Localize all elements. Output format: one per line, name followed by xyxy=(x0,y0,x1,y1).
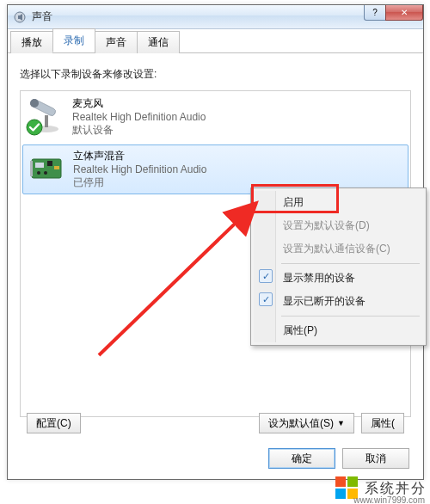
menu-separator xyxy=(281,263,420,264)
svg-point-4 xyxy=(27,120,42,135)
tab-label: 录制 xyxy=(64,34,84,46)
device-context-menu: 启用 设置为默认设备(D) 设置为默认通信设备(C) ✓ 显示禁用的设备 ✓ 显… xyxy=(250,187,427,346)
tab-playback[interactable]: 播放 xyxy=(10,31,53,53)
menu-label: 显示已断开的设备 xyxy=(283,295,366,307)
properties-button[interactable]: 属性( xyxy=(361,413,404,433)
tab-label: 播放 xyxy=(22,36,42,48)
window-controls: ? ✕ xyxy=(365,5,423,22)
close-button[interactable]: ✕ xyxy=(385,5,423,21)
button-label: 属性( xyxy=(371,416,395,431)
configure-button[interactable]: 配置(C) xyxy=(27,413,81,433)
sound-app-icon xyxy=(13,10,27,24)
svg-point-9 xyxy=(37,171,40,175)
instruction-text: 选择以下录制设备来修改设置: xyxy=(20,67,411,82)
svg-point-3 xyxy=(30,99,39,108)
dialog-button-row: 确定 取消 xyxy=(268,448,409,469)
menu-label: 设置为默认设备(D) xyxy=(283,219,370,231)
watermark-url: www.win7999.com xyxy=(353,495,425,504)
button-label: 取消 xyxy=(366,452,386,466)
device-text: 麦克风 Realtek High Definition Audio 默认设备 xyxy=(72,96,206,138)
close-icon: ✕ xyxy=(401,8,408,17)
device-driver: Realtek High Definition Audio xyxy=(73,163,206,175)
button-label: 设为默认值(S) xyxy=(268,416,334,431)
tab-recording[interactable]: 录制 xyxy=(52,28,95,52)
menu-item-properties[interactable]: 属性(P) xyxy=(254,319,423,342)
ok-button[interactable]: 确定 xyxy=(268,448,335,469)
device-text: 立体声混音 Realtek High Definition Audio 已停用 xyxy=(73,149,206,190)
svg-rect-6 xyxy=(35,163,44,168)
check-icon: ✓ xyxy=(259,292,273,306)
device-driver: Realtek High Definition Audio xyxy=(72,111,206,123)
tabstrip: 播放 录制 声音 通信 xyxy=(8,29,423,53)
svg-rect-7 xyxy=(47,161,52,166)
device-button-row: 配置(C) 设为默认值(S) ▼ 属性( xyxy=(27,413,404,433)
tab-sounds[interactable]: 声音 xyxy=(95,31,138,53)
menu-label: 启用 xyxy=(283,196,304,208)
svg-rect-11 xyxy=(30,161,33,176)
soundcard-icon xyxy=(28,149,66,187)
device-status: 默认设备 xyxy=(72,123,206,138)
help-button[interactable]: ? xyxy=(364,5,386,21)
device-name: 麦克风 xyxy=(72,96,206,111)
menu-label: 设置为默认通信设备(C) xyxy=(283,243,390,255)
menu-item-set-default-device[interactable]: 设置为默认设备(D) xyxy=(254,214,423,237)
help-icon: ? xyxy=(372,8,378,17)
menu-separator xyxy=(281,316,420,317)
svg-point-10 xyxy=(44,171,47,175)
tab-communications[interactable]: 通信 xyxy=(137,31,180,53)
chevron-down-icon: ▼ xyxy=(337,419,345,427)
set-default-button[interactable]: 设为默认值(S) ▼ xyxy=(259,413,354,433)
menu-item-set-default-comm[interactable]: 设置为默认通信设备(C) xyxy=(254,237,423,261)
cancel-button[interactable]: 取消 xyxy=(342,448,409,469)
button-label: 配置(C) xyxy=(36,416,71,431)
svg-rect-8 xyxy=(54,166,59,169)
menu-item-show-disabled[interactable]: ✓ 显示禁用的设备 xyxy=(254,267,423,290)
device-name: 立体声混音 xyxy=(73,149,206,163)
svg-rect-2 xyxy=(45,115,48,127)
check-icon: ✓ xyxy=(259,269,273,283)
menu-label: 显示禁用的设备 xyxy=(283,272,355,284)
window-title: 声音 xyxy=(32,9,365,24)
titlebar[interactable]: 声音 ? ✕ xyxy=(8,5,423,29)
tab-label: 通信 xyxy=(148,36,169,48)
button-label: 确定 xyxy=(292,452,312,466)
menu-item-enable[interactable]: 启用 xyxy=(254,191,423,214)
default-check-icon xyxy=(26,119,43,136)
tab-label: 声音 xyxy=(106,36,126,48)
microphone-icon xyxy=(28,96,65,134)
device-status: 已停用 xyxy=(73,175,206,190)
menu-item-show-disconnected[interactable]: ✓ 显示已断开的设备 xyxy=(254,290,423,313)
menu-label: 属性(P) xyxy=(283,324,317,336)
device-item-microphone[interactable]: 麦克风 Realtek High Definition Audio 默认设备 xyxy=(21,91,410,143)
